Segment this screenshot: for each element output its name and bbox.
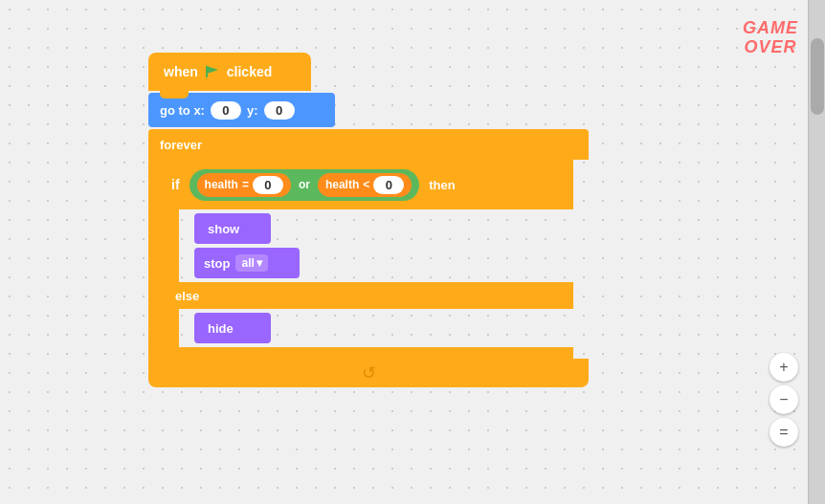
zoom-reset-icon: =	[779, 424, 788, 441]
forever-footer: ↺	[148, 359, 589, 387]
if-block-container: if health = 0 or h	[164, 160, 589, 359]
else-label: else	[175, 289, 199, 303]
show-label: show	[208, 222, 239, 236]
show-block[interactable]: show	[194, 213, 271, 244]
if-left-bar	[164, 209, 179, 282]
else-left-bar	[164, 309, 179, 347]
zero2-value[interactable]: 0	[373, 176, 404, 194]
if-header[interactable]: if health = 0 or h	[164, 160, 573, 209]
zoom-out-button[interactable]: −	[769, 385, 798, 414]
scratch-canvas: GAME OVER when clicked go to x: 0 y: 0	[0, 0, 825, 504]
scrollbar[interactable]	[808, 0, 825, 504]
when-label: when	[164, 64, 198, 79]
zoom-in-button[interactable]: +	[769, 353, 798, 382]
hide-label: hide	[208, 321, 234, 336]
stop-block[interactable]: stop all ▾	[194, 248, 300, 278]
hide-block[interactable]: hide	[194, 313, 271, 343]
if-then-content: show stop all ▾	[179, 209, 300, 282]
condition-2[interactable]: health < 0	[318, 173, 412, 197]
if-label: if	[171, 177, 180, 192]
equals-label: =	[242, 178, 249, 191]
go-to-label: go to x:	[160, 103, 205, 118]
else-body: hide	[164, 309, 589, 347]
stop-label: stop	[204, 256, 230, 271]
zoom-controls: + − =	[769, 353, 798, 447]
else-content: hide	[179, 309, 271, 347]
x-value[interactable]: 0	[211, 101, 241, 120]
forever-block: forever if health	[148, 129, 589, 387]
if-then-body: show stop all ▾	[164, 209, 589, 282]
svg-marker-0	[207, 66, 218, 74]
if-end-bar	[164, 347, 573, 359]
or-block[interactable]: health = 0 or health < 0	[190, 169, 420, 201]
zero1-value[interactable]: 0	[253, 176, 283, 194]
then-label: then	[429, 178, 455, 192]
zoom-in-icon: +	[779, 359, 788, 376]
dropdown-arrow-icon: ▾	[256, 256, 262, 270]
health1-label: health	[205, 178, 238, 191]
loop-arrow-icon: ↺	[362, 362, 376, 383]
scrollbar-thumb[interactable]	[811, 38, 824, 115]
game-over-label: GAME OVER	[743, 19, 798, 57]
forever-body: if health = 0 or h	[148, 160, 589, 359]
forever-label: forever	[160, 138, 202, 152]
or-label: or	[295, 178, 314, 191]
stop-dropdown[interactable]: all ▾	[235, 254, 267, 272]
all-label: all	[241, 256, 254, 270]
zoom-out-icon: −	[779, 391, 788, 408]
when-clicked-block[interactable]: when clicked	[148, 53, 311, 91]
lt-label: <	[363, 178, 369, 191]
y-value[interactable]: 0	[264, 101, 295, 120]
condition-1[interactable]: health = 0	[197, 173, 291, 197]
blocks-container: when clicked go to x: 0 y: 0 forever	[148, 53, 589, 387]
forever-header[interactable]: forever	[148, 129, 589, 160]
forever-left-bar	[148, 160, 164, 359]
else-header[interactable]: else	[164, 282, 573, 309]
clicked-label: clicked	[227, 64, 272, 79]
zoom-reset-button[interactable]: =	[769, 418, 798, 447]
health2-label: health	[325, 178, 359, 191]
flag-icon	[204, 63, 221, 80]
y-label: y:	[247, 103, 258, 118]
